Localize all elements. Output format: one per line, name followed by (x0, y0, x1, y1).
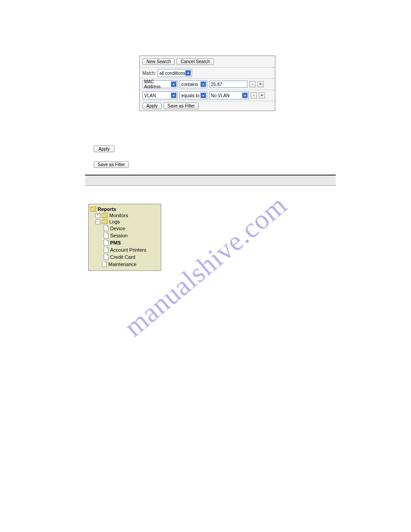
section-divider (85, 175, 336, 186)
tree-item-credit-card[interactable]: Credit Card (90, 253, 159, 261)
match-label: Match: (142, 71, 156, 76)
chevron-down-icon: ▾ (201, 82, 206, 87)
match-row: Match: all conditions ▾ (140, 68, 275, 79)
tree-item-monitors[interactable]: + Monitors (90, 212, 159, 219)
chevron-down-icon: ▾ (242, 93, 248, 98)
search-actions: Apply Save as Filter (140, 101, 275, 111)
field-select-1-value: MAC Address (144, 79, 171, 89)
chevron-down-icon: ▾ (171, 82, 176, 87)
add-criteria-button-1[interactable]: + (257, 81, 264, 87)
collapse-icon[interactable]: − (95, 219, 100, 224)
tree-label-account-printers: Account Printers (110, 247, 146, 253)
file-icon (103, 225, 109, 232)
search-panel: New Search Cancel Search Match: all cond… (139, 56, 275, 111)
tree-label-credit-card: Credit Card (110, 254, 135, 260)
remove-criteria-button-1[interactable]: - (249, 81, 256, 87)
file-icon (103, 240, 109, 246)
save-as-filter-button-panel[interactable]: Save as Filter (163, 103, 199, 109)
tree-item-session[interactable]: Session (90, 232, 159, 239)
tree-item-maintenance[interactable]: Maintenance (90, 261, 159, 268)
tree-label-logs: Logs (109, 219, 120, 224)
folder-open-icon (90, 206, 96, 212)
file-icon (103, 232, 109, 239)
value-select-2-value: No VLAN (211, 93, 230, 98)
chevron-down-icon: ▾ (201, 93, 206, 98)
file-icon (103, 254, 109, 260)
file-icon (103, 247, 109, 253)
file-icon (102, 261, 107, 267)
tree-item-account-printers[interactable]: Account Printers (90, 246, 159, 253)
chevron-down-icon: ▾ (171, 93, 176, 98)
cancel-search-button[interactable]: Cancel Search (176, 58, 214, 65)
folder-icon (102, 213, 108, 218)
value-input-1[interactable] (209, 81, 248, 88)
tree-item-reports[interactable]: Reports (90, 206, 159, 212)
apply-button[interactable]: Apply (94, 146, 115, 152)
tree-label-device: Device (110, 226, 125, 231)
navigation-tree: Reports + Monitors − Logs Device (88, 204, 161, 271)
folder-open-icon (102, 219, 108, 224)
criteria-row-2: VLAN ▾ equals to ▾ No VLAN ▾ - + (140, 90, 275, 101)
field-select-2[interactable]: VLAN ▾ (142, 91, 178, 99)
op-select-1[interactable]: contains ▾ (180, 80, 207, 88)
tree-label-maintenance: Maintenance (108, 262, 137, 267)
op-select-2-value: equals to (181, 93, 200, 98)
tree-item-pms[interactable]: PMS (90, 239, 159, 246)
new-search-button[interactable]: New Search (142, 58, 175, 65)
tree-label-reports: Reports (98, 206, 116, 212)
remove-criteria-button-2[interactable]: - (251, 92, 257, 99)
expand-icon[interactable]: + (95, 213, 100, 218)
value-select-2[interactable]: No VLAN ▾ (209, 91, 249, 99)
chevron-down-icon: ▾ (185, 70, 191, 76)
add-criteria-button-2[interactable]: + (259, 92, 265, 99)
save-as-filter-button[interactable]: Save as Filter (94, 161, 129, 168)
tree-item-device[interactable]: Device (90, 225, 159, 232)
op-select-2[interactable]: equals to ▾ (180, 91, 207, 99)
match-select-value: all conditions (159, 71, 185, 76)
criteria-row-1: MAC Address ▾ contains ▾ - + (140, 79, 275, 90)
tree-label-session: Session (110, 233, 128, 238)
field-select-2-value: VLAN (144, 93, 156, 98)
search-topbar: New Search Cancel Search (140, 56, 275, 68)
field-select-1[interactable]: MAC Address ▾ (142, 80, 178, 88)
apply-button-panel[interactable]: Apply (142, 103, 162, 109)
tree-label-pms: PMS (110, 240, 121, 245)
tree-item-logs[interactable]: − Logs (90, 219, 159, 225)
op-select-1-value: contains (181, 82, 198, 87)
match-select[interactable]: all conditions ▾ (158, 69, 192, 77)
tree-label-monitors: Monitors (109, 213, 128, 218)
